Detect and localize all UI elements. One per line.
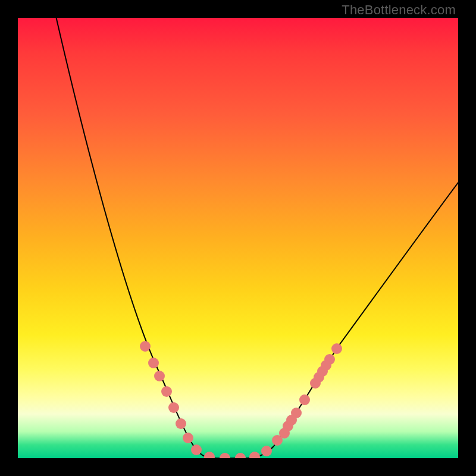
plot-area (18, 18, 458, 458)
data-point (299, 394, 310, 405)
data-point (220, 453, 230, 458)
data-point (331, 343, 342, 354)
chart-svg (18, 18, 458, 458)
data-point (235, 453, 246, 458)
data-point (261, 446, 272, 456)
data-point (249, 452, 260, 458)
data-point (148, 358, 159, 368)
curve-right-curve (247, 167, 458, 458)
data-point (191, 444, 202, 455)
data-point (176, 418, 186, 429)
data-point (279, 428, 290, 439)
chart-frame: TheBottleneck.com (0, 0, 476, 476)
data-point (168, 402, 179, 413)
data-point (314, 372, 324, 383)
curve-group (54, 18, 458, 458)
data-point (204, 452, 215, 458)
data-point (286, 415, 297, 425)
watermark-text: TheBottleneck.com (342, 2, 456, 18)
data-point (140, 341, 151, 352)
data-point (321, 360, 331, 371)
data-point (154, 371, 165, 381)
data-point (161, 386, 172, 397)
data-point (183, 433, 193, 443)
curve-left-curve (54, 18, 217, 458)
scatter-group (140, 341, 342, 458)
